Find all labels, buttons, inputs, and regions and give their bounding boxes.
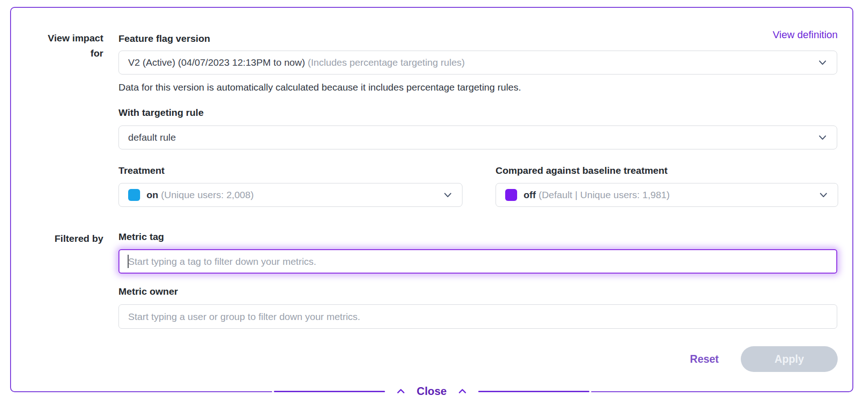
baseline-treatment-label: Compared against baseline treatment bbox=[496, 165, 668, 176]
metric-owner-field-wrap bbox=[118, 304, 837, 329]
metric-tag-label: Metric tag bbox=[118, 231, 164, 242]
treatment-select[interactable]: on (Unique users: 2,008) bbox=[118, 183, 462, 207]
chevron-down-icon bbox=[817, 57, 829, 69]
baseline-color-swatch bbox=[505, 189, 517, 201]
metric-owner-label: Metric owner bbox=[118, 286, 178, 297]
close-label: Close bbox=[417, 385, 446, 398]
reset-button[interactable]: Reset bbox=[690, 353, 719, 366]
feature-flag-version-label: Feature flag version bbox=[118, 33, 210, 44]
actions-row: Reset Apply bbox=[690, 346, 838, 372]
close-panel-toggle[interactable]: Close bbox=[272, 383, 591, 400]
impact-filter-panel: View definition View impact for Feature … bbox=[10, 7, 853, 392]
feature-flag-version-select[interactable]: V2 (Active) (04/07/2023 12:13PM to now) … bbox=[118, 51, 837, 74]
targeting-rule-label: With targeting rule bbox=[118, 107, 203, 118]
divider-line bbox=[479, 391, 590, 392]
treatment-value: on (Unique users: 2,008) bbox=[147, 189, 436, 200]
text-cursor bbox=[128, 255, 129, 268]
view-definition-link[interactable]: View definition bbox=[773, 29, 838, 41]
feature-flag-version-value: V2 (Active) (04/07/2023 12:13PM to now) … bbox=[128, 57, 811, 68]
section-label-view-impact-for: View impact for bbox=[11, 31, 103, 61]
treatment-label: Treatment bbox=[118, 165, 164, 176]
baseline-treatment-select[interactable]: off (Default | Unique users: 1,981) bbox=[496, 183, 838, 207]
chevron-up-icon bbox=[458, 388, 467, 394]
chevron-down-icon bbox=[442, 189, 454, 201]
version-helper-text: Data for this version is automatically c… bbox=[118, 82, 521, 93]
chevron-down-icon bbox=[817, 189, 829, 201]
chevron-up-icon bbox=[396, 388, 405, 394]
metric-tag-field-wrap bbox=[118, 249, 837, 274]
screen: View definition View impact for Feature … bbox=[0, 0, 868, 400]
divider-line bbox=[274, 391, 385, 392]
targeting-rule-select[interactable]: default rule bbox=[118, 126, 837, 149]
metric-tag-input[interactable] bbox=[118, 249, 837, 274]
treatment-color-swatch bbox=[128, 189, 140, 201]
apply-button[interactable]: Apply bbox=[741, 346, 838, 372]
section-label-filtered-by: Filtered by bbox=[11, 231, 103, 246]
metric-owner-input[interactable] bbox=[118, 304, 837, 329]
baseline-treatment-value: off (Default | Unique users: 1,981) bbox=[524, 189, 812, 200]
chevron-down-icon bbox=[817, 131, 829, 143]
targeting-rule-value: default rule bbox=[128, 132, 811, 143]
